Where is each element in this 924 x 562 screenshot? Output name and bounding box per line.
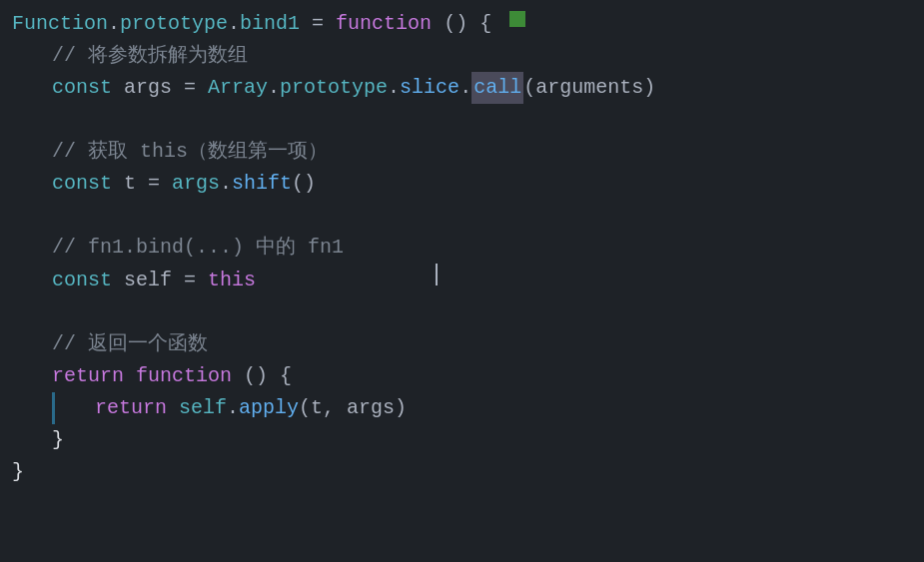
- code-token: shift: [232, 168, 292, 200]
- code-token: .: [108, 8, 120, 40]
- code-token: () {: [432, 8, 503, 40]
- code-token: t =: [112, 168, 172, 200]
- code-line-13: return self.apply(t, args): [12, 392, 912, 424]
- code-token: prototype: [280, 72, 388, 104]
- code-line-15: }: [12, 456, 912, 488]
- code-token: .: [220, 168, 232, 200]
- code-token: .: [268, 72, 280, 104]
- code-token: return: [52, 360, 124, 392]
- code-token: }: [52, 424, 64, 456]
- code-line-6: const t = args.shift(): [12, 168, 912, 200]
- code-token: Function: [12, 8, 108, 40]
- code-token: }: [12, 456, 24, 488]
- code-line-4: [12, 104, 912, 136]
- text-cursor: [436, 264, 446, 285]
- code-line-10: [12, 296, 912, 328]
- code-token: .: [388, 72, 400, 104]
- code-token: this: [208, 265, 256, 296]
- code-token: const: [52, 168, 112, 200]
- code-editor: Function.prototype.bind1 = function () {…: [0, 0, 924, 562]
- code-token: Array: [208, 72, 268, 104]
- code-token: bind1: [240, 8, 300, 40]
- code-token: () {: [232, 360, 292, 392]
- code-token: const: [52, 265, 112, 296]
- code-token: self =: [112, 265, 208, 296]
- code-line-5: // 获取 this（数组第一项）: [12, 136, 912, 168]
- code-token: .: [227, 392, 239, 424]
- green-square-icon: [509, 11, 525, 27]
- code-token: args =: [112, 72, 208, 104]
- code-token: function: [136, 360, 232, 392]
- code-token: return: [95, 392, 167, 424]
- code-line-9: const self = this: [12, 264, 912, 296]
- code-token: (): [292, 168, 316, 200]
- code-comment: // 将参数拆解为数组: [52, 40, 248, 72]
- code-token: slice: [400, 72, 460, 104]
- code-comment: // 返回一个函数: [52, 328, 208, 360]
- code-token: self: [179, 392, 227, 424]
- code-token: function: [336, 8, 432, 40]
- code-line-8: // fn1.bind(...) 中的 fn1: [12, 232, 912, 264]
- code-token: [124, 360, 136, 392]
- code-line-2: // 将参数拆解为数组: [12, 40, 912, 72]
- code-token: args: [172, 168, 220, 200]
- code-token: .: [460, 72, 471, 104]
- code-token: =: [300, 8, 336, 40]
- code-token: apply: [239, 392, 299, 424]
- code-token: [167, 392, 179, 424]
- code-line-12: return function () {: [12, 360, 912, 392]
- code-line-7: [12, 200, 912, 232]
- code-token: const: [52, 72, 112, 104]
- code-line-14: }: [12, 424, 912, 456]
- code-token: .: [228, 8, 240, 40]
- code-line-3: const args = Array.prototype.slice.call(…: [12, 72, 912, 104]
- code-line-11: // 返回一个函数: [12, 328, 912, 360]
- code-token: (t, args): [299, 392, 407, 424]
- left-border: [52, 392, 55, 424]
- code-token: prototype: [120, 8, 228, 40]
- code-token-call: call: [471, 72, 523, 104]
- code-line-1: Function.prototype.bind1 = function () {: [12, 8, 912, 40]
- code-comment: // 获取 this（数组第一项）: [52, 136, 328, 168]
- code-token: (arguments): [523, 72, 655, 104]
- code-comment: // fn1.bind(...) 中的 fn1: [52, 232, 344, 264]
